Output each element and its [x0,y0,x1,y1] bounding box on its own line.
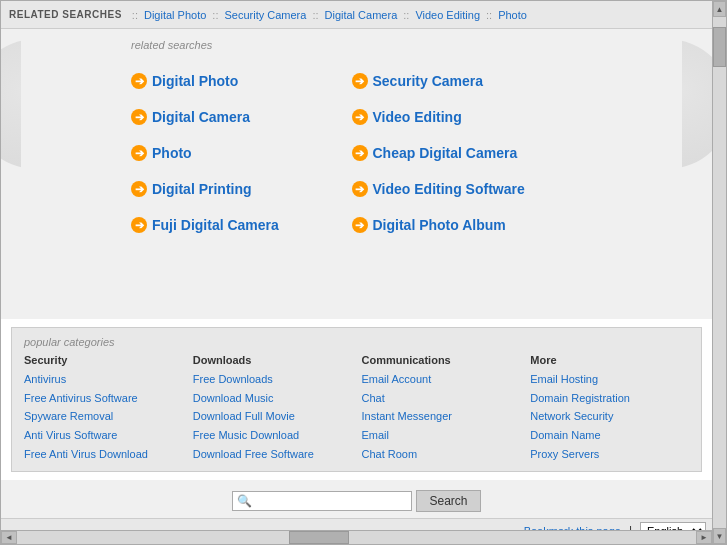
search-link-video-editing: ➔ Video Editing [352,99,573,135]
link-digital-printing[interactable]: Digital Printing [152,181,252,197]
topbar-link-security-camera[interactable]: Security Camera [224,9,306,21]
cat-link-email-hosting[interactable]: Email Hosting [530,370,689,389]
main-content-inner: related searches ➔ Digital Photo ➔ Secur… [21,39,682,243]
scroll-thumb-h[interactable] [289,531,349,544]
arrow-icon-6: ➔ [352,145,368,161]
link-fuji-digital-camera[interactable]: Fuji Digital Camera [152,217,279,233]
search-magnifier-icon: 🔍 [237,494,252,508]
search-link-video-editing-software: ➔ Video Editing Software [352,171,573,207]
cat-link-domain-name[interactable]: Domain Name [530,426,689,445]
link-video-editing[interactable]: Video Editing [373,109,462,125]
content-scroll-area: RELATED SEARCHES :: Digital Photo :: Sec… [1,1,712,530]
right-scrollbar: ▲ ▼ [712,1,726,544]
category-col-more: More Email Hosting Domain Registration N… [530,354,689,463]
topbar-link-digital-photo[interactable]: Digital Photo [144,9,206,21]
arrow-icon-7: ➔ [131,181,147,197]
related-searches-label: RELATED SEARCHES [9,9,122,20]
arrow-icon-10: ➔ [352,217,368,233]
scroll-left-button[interactable]: ◄ [1,531,17,544]
bottom-bar: Bookmark this page | English Spanish Fre… [1,518,712,530]
cat-link-email[interactable]: Email [362,426,521,445]
cat-link-network-security[interactable]: Network Security [530,407,689,426]
scrollbar-down-button[interactable]: ▼ [713,528,726,544]
link-digital-camera[interactable]: Digital Camera [152,109,250,125]
topbar-link-photo[interactable]: Photo [498,9,527,21]
top-bar: RELATED SEARCHES :: Digital Photo :: Sec… [1,1,712,29]
category-col-security: Security Antivirus Free Antivirus Softwa… [24,354,183,463]
arrow-icon-4: ➔ [352,109,368,125]
cat-link-domain-registration[interactable]: Domain Registration [530,389,689,408]
cat-link-download-music[interactable]: Download Music [193,389,352,408]
search-links-grid: ➔ Digital Photo ➔ Security Camera ➔ Digi… [21,63,682,243]
scrollbar-track [713,17,726,528]
search-link-digital-photo: ➔ Digital Photo [131,63,352,99]
cat-link-email-account[interactable]: Email Account [362,370,521,389]
popular-categories: popular categories Security Antivirus Fr… [11,327,702,472]
arrow-icon-2: ➔ [352,73,368,89]
arrow-icon-1: ➔ [131,73,147,89]
link-security-camera[interactable]: Security Camera [373,73,484,89]
scroll-track-h [17,531,696,544]
arrow-icon-5: ➔ [131,145,147,161]
scrollbar-up-button[interactable]: ▲ [713,1,726,17]
link-digital-photo[interactable]: Digital Photo [152,73,238,89]
cat-link-download-free-software[interactable]: Download Free Software [193,445,352,464]
search-bar-area: 🔍 Search [1,480,712,518]
arrow-icon-3: ➔ [131,109,147,125]
search-link-digital-camera: ➔ Digital Camera [131,99,352,135]
category-title-security: Security [24,354,183,366]
cat-link-free-music-download[interactable]: Free Music Download [193,426,352,445]
category-col-communications: Communications Email Account Chat Instan… [362,354,521,463]
sep-2: :: [212,9,218,21]
cat-link-free-downloads[interactable]: Free Downloads [193,370,352,389]
sep-1: :: [132,9,138,21]
category-title-communications: Communications [362,354,521,366]
cat-link-chat-room[interactable]: Chat Room [362,445,521,464]
link-video-editing-software[interactable]: Video Editing Software [373,181,525,197]
search-link-photo: ➔ Photo [131,135,352,171]
link-digital-photo-album[interactable]: Digital Photo Album [373,217,506,233]
cat-link-chat[interactable]: Chat [362,389,521,408]
sep-5: :: [486,9,492,21]
link-photo[interactable]: Photo [152,145,192,161]
cat-link-free-antivirus[interactable]: Free Antivirus Software [24,389,183,408]
topbar-link-video-editing[interactable]: Video Editing [415,9,480,21]
topbar-link-digital-camera[interactable]: Digital Camera [325,9,398,21]
cat-link-free-anti-virus-download[interactable]: Free Anti Virus Download [24,445,183,464]
scrollbar-thumb[interactable] [713,27,726,67]
related-searches-title: related searches [21,39,682,51]
arrow-icon-8: ➔ [352,181,368,197]
cat-link-anti-virus-software[interactable]: Anti Virus Software [24,426,183,445]
search-input[interactable] [255,494,407,508]
cat-link-download-full-movie[interactable]: Download Full Movie [193,407,352,426]
main-content: related searches ➔ Digital Photo ➔ Secur… [1,29,712,319]
search-button[interactable]: Search [416,490,480,512]
cat-link-instant-messenger[interactable]: Instant Messenger [362,407,521,426]
category-col-downloads: Downloads Free Downloads Download Music … [193,354,352,463]
category-title-more: More [530,354,689,366]
categories-grid: Security Antivirus Free Antivirus Softwa… [24,354,689,463]
page-wrapper: RELATED SEARCHES :: Digital Photo :: Sec… [0,0,727,545]
bottom-scrollbar: ◄ ► [1,530,712,544]
category-title-downloads: Downloads [193,354,352,366]
search-link-fuji-digital-camera: ➔ Fuji Digital Camera [131,207,352,243]
cat-link-spyware[interactable]: Spyware Removal [24,407,183,426]
cat-link-proxy-servers[interactable]: Proxy Servers [530,445,689,464]
link-cheap-digital-camera[interactable]: Cheap Digital Camera [373,145,518,161]
scroll-right-button[interactable]: ► [696,531,712,544]
search-link-security-camera: ➔ Security Camera [352,63,573,99]
search-input-wrapper: 🔍 [232,491,412,511]
cat-link-antivirus[interactable]: Antivirus [24,370,183,389]
sep-4: :: [403,9,409,21]
search-link-digital-printing: ➔ Digital Printing [131,171,352,207]
search-link-digital-photo-album: ➔ Digital Photo Album [352,207,573,243]
language-select[interactable]: English Spanish French [640,522,706,530]
search-link-cheap-digital-camera: ➔ Cheap Digital Camera [352,135,573,171]
arrow-icon-9: ➔ [131,217,147,233]
sep-3: :: [312,9,318,21]
popular-categories-title: popular categories [24,336,689,348]
